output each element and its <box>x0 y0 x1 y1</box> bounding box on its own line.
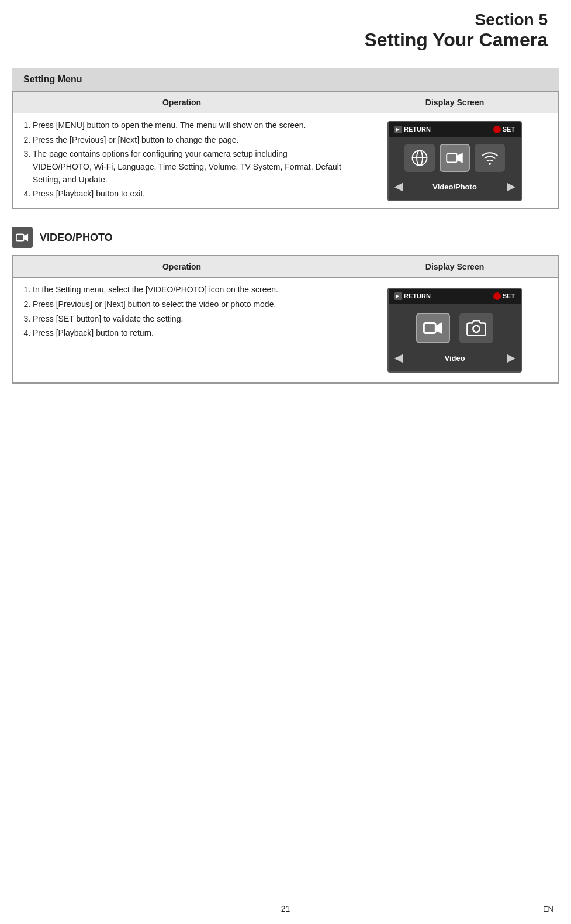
table1-display-cell: RETURN SET <box>351 113 559 209</box>
svg-marker-4 <box>457 153 463 163</box>
photo-icon-box <box>459 313 493 343</box>
return-btn-label: RETURN <box>394 125 431 135</box>
svg-marker-9 <box>435 322 442 334</box>
videocam-icon <box>446 149 463 167</box>
video-photo-icon-box <box>12 227 33 248</box>
left-arrow: ◀ <box>394 179 403 195</box>
step-2: Press the [Previous] or [Next] button to… <box>33 134 342 147</box>
screen-bottom-bar-2: ◀ Video ▶ <box>389 347 521 371</box>
step2-1: In the Setting menu, select the [VIDEO/P… <box>33 284 342 296</box>
photo-icon <box>466 318 486 338</box>
step2-4: Press [Playback] button to return. <box>33 327 342 340</box>
col-header-operation: Operation <box>13 92 351 113</box>
globe-icon-box <box>404 144 435 172</box>
set-btn-label-2: SET <box>493 291 515 301</box>
camera-screen-2: RETURN SET <box>387 288 522 373</box>
left-arrow-2: ◀ <box>394 350 403 367</box>
wifi-icon-box <box>475 144 505 172</box>
videocam-icon-box <box>440 144 470 172</box>
svg-rect-8 <box>424 323 435 333</box>
col2-header-operation: Operation <box>13 256 351 278</box>
step-1: Press [MENU] button to open the menu. Th… <box>33 119 342 132</box>
screen-top-bar-2: RETURN SET <box>389 289 521 304</box>
video-photo-table: Operation Display Screen In the Setting … <box>12 255 559 384</box>
table1-operation-cell: Press [MENU] button to open the menu. Th… <box>13 113 351 209</box>
video-photo-icon <box>16 231 29 244</box>
video-icon-box-active <box>416 313 450 343</box>
steps-list: Press [MENU] button to open the menu. Th… <box>21 119 342 201</box>
col2-header-display: Display Screen <box>351 256 559 278</box>
svg-rect-3 <box>447 153 457 162</box>
video-icon-active <box>423 318 443 338</box>
set-icon <box>493 126 501 133</box>
wifi-icon <box>481 149 499 167</box>
setting-menu-header: Setting Menu <box>12 68 559 91</box>
video-photo-heading: VIDEO/PHOTO <box>12 227 559 248</box>
table2-display-cell: RETURN SET <box>351 278 559 383</box>
page-header: Section 5 Setting Your Camera <box>0 0 571 57</box>
page-number: 21 <box>281 904 290 913</box>
screen1-label: Video/Photo <box>432 181 477 193</box>
step-3: The page contains options for configurin… <box>33 148 342 186</box>
screen2-label: Video <box>444 353 465 364</box>
svg-point-10 <box>473 326 479 332</box>
step2-2: Press [Previous] or [Next] button to sel… <box>33 298 342 311</box>
screen-top-bar-1: RETURN SET <box>389 122 521 137</box>
right-arrow: ▶ <box>507 179 515 195</box>
return-btn-label-2: RETURN <box>394 291 431 301</box>
section-number: Section 5 <box>23 11 548 29</box>
play-icon-2 <box>394 292 402 300</box>
section-title: Setting Your Camera <box>23 29 548 51</box>
video-photo-label: VIDEO/PHOTO <box>40 232 113 244</box>
step-4: Press [Playback] button to exit. <box>33 188 342 201</box>
page-footer: 21 <box>0 904 571 913</box>
setting-menu-table: Operation Display Screen Press [MENU] bu… <box>12 91 559 209</box>
svg-rect-6 <box>16 235 24 241</box>
svg-point-5 <box>489 163 491 165</box>
svg-marker-7 <box>24 234 28 242</box>
screen2-icons-row <box>389 304 521 347</box>
table2-operation-cell: In the Setting menu, select the [VIDEO/P… <box>13 278 351 383</box>
right-arrow-2: ▶ <box>507 350 515 367</box>
set-icon-2 <box>493 292 501 300</box>
steps-list-2: In the Setting menu, select the [VIDEO/P… <box>21 284 342 340</box>
col-header-display: Display Screen <box>351 92 559 113</box>
screen-bottom-bar-1: ◀ Video/Photo ▶ <box>389 175 521 200</box>
screen-icons-row-1 <box>389 137 521 175</box>
globe-icon <box>411 149 428 167</box>
camera-screen-1: RETURN SET <box>387 121 522 201</box>
step2-3: Press [SET button] to validate the setti… <box>33 313 342 326</box>
play-icon <box>394 126 402 133</box>
set-btn-label: SET <box>493 125 515 135</box>
lang-label: EN <box>543 905 553 913</box>
